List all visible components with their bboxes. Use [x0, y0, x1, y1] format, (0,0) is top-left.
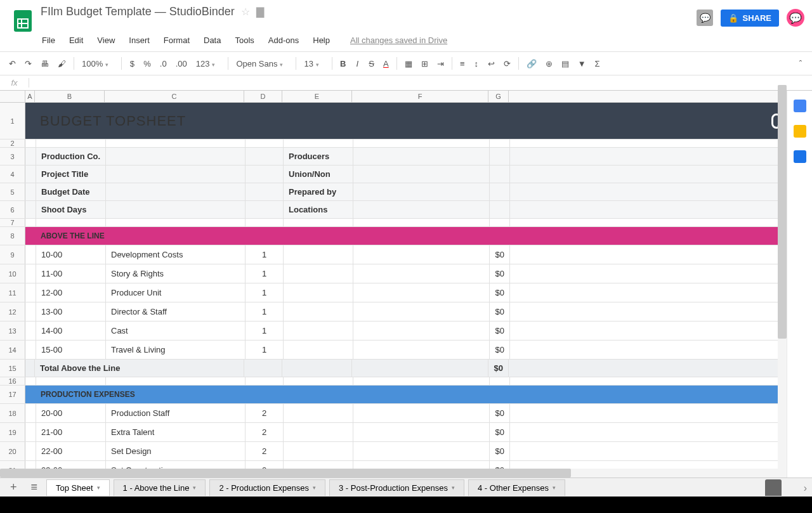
cell[interactable]: Prepared by [284, 183, 353, 200]
tab-production[interactable]: 2 - Production Expenses▾ [209, 479, 325, 496]
cell[interactable]: 21-00 [36, 423, 106, 441]
cell[interactable]: 2 [246, 404, 284, 422]
functions-icon[interactable]: Σ [591, 56, 604, 71]
scrollbar-horizontal[interactable] [0, 469, 778, 477]
align-v-icon[interactable]: ↕ [470, 56, 483, 71]
col-header-f[interactable]: F [352, 91, 488, 102]
fill-color-icon[interactable]: ▦ [401, 56, 416, 71]
row-number[interactable]: 1 [0, 103, 25, 139]
cell[interactable]: Budget Date [36, 183, 106, 200]
calendar-icon[interactable] [794, 100, 806, 112]
percent-icon[interactable]: % [140, 56, 155, 71]
cell[interactable]: $0 [490, 264, 510, 283]
cell[interactable]: Total Above the Line [35, 360, 244, 377]
cell[interactable]: $0 [490, 442, 510, 460]
cell[interactable]: 1 [246, 321, 284, 340]
undo-icon[interactable]: ↶ [5, 56, 20, 71]
italic-icon[interactable]: I [351, 56, 363, 71]
row-number[interactable]: 18 [0, 404, 25, 422]
section-header[interactable]: PRODUCTION EXPENSES [36, 386, 766, 403]
row-number[interactable]: 2 [0, 140, 25, 147]
borders-icon[interactable]: ⊞ [417, 56, 432, 71]
cell[interactable]: $0 [488, 360, 509, 377]
link-icon[interactable]: 🔗 [523, 56, 540, 71]
cell[interactable]: Production Staff [106, 404, 246, 422]
col-header-g[interactable]: G [488, 91, 509, 102]
menu-tools[interactable]: Tools [228, 33, 260, 48]
paint-format-icon[interactable]: 🖌 [54, 56, 70, 71]
share-button[interactable]: 🔒 SHARE [721, 10, 779, 27]
cell[interactable]: $0 [490, 245, 510, 264]
studiobinder-icon[interactable]: 💬 [787, 9, 804, 27]
tasks-icon[interactable] [794, 150, 806, 163]
tab-scroll-right-icon[interactable]: › [804, 483, 807, 494]
cell[interactable]: 11-00 [36, 264, 106, 283]
cell[interactable]: 12-00 [36, 283, 106, 302]
cell[interactable]: 15-00 [36, 341, 106, 359]
chart-icon[interactable]: ▤ [558, 56, 573, 71]
document-title[interactable]: FIlm Budget Template — StudioBinder [41, 5, 235, 18]
scrollbar-vertical[interactable] [778, 85, 787, 477]
row-number[interactable]: 14 [0, 341, 25, 359]
row-number[interactable]: 4 [0, 166, 25, 183]
row-number[interactable]: 13 [0, 321, 25, 340]
formula-input[interactable] [29, 77, 812, 89]
row-number[interactable]: 8 [0, 227, 25, 245]
chevron-down-icon[interactable]: ▾ [97, 484, 100, 491]
cell[interactable]: Union/Non [284, 166, 353, 183]
folder-icon[interactable]: ▇ [256, 6, 264, 18]
cell[interactable]: 2 [246, 442, 284, 460]
tab-post-production[interactable]: 3 - Post-Production Expenses▾ [329, 479, 464, 496]
cell[interactable]: $0 [490, 341, 510, 359]
strike-icon[interactable]: S [365, 56, 378, 71]
cell[interactable]: Locations [284, 201, 353, 218]
row-number[interactable]: 16 [0, 377, 25, 385]
cell[interactable]: 1 [246, 283, 284, 302]
cell[interactable]: $0 [490, 423, 510, 441]
cell[interactable]: 1 [246, 302, 284, 321]
menu-view[interactable]: View [91, 33, 121, 48]
comment-insert-icon[interactable]: ⊕ [542, 56, 556, 71]
cell[interactable]: 22-00 [36, 442, 106, 460]
decimal-increase-icon[interactable]: .00 [172, 56, 191, 71]
chevron-down-icon[interactable]: ▾ [313, 484, 316, 491]
wrap-icon[interactable]: ↩ [484, 56, 499, 71]
merge-icon[interactable]: ⇥ [433, 56, 448, 71]
menu-file[interactable]: File [36, 33, 62, 48]
menu-format[interactable]: Format [157, 33, 196, 48]
print-icon[interactable]: 🖶 [37, 56, 53, 71]
row-number[interactable]: 5 [0, 183, 25, 200]
star-icon[interactable]: ☆ [241, 6, 250, 18]
col-header-d[interactable]: D [244, 91, 282, 102]
cell[interactable]: $0 [490, 283, 510, 302]
comments-icon[interactable]: 💬 [697, 10, 713, 26]
row-number[interactable]: 20 [0, 442, 25, 460]
menu-addons[interactable]: Add-ons [262, 33, 305, 48]
cell[interactable]: 20-00 [36, 404, 106, 422]
explore-button[interactable] [765, 479, 782, 496]
cell[interactable]: 14-00 [36, 321, 106, 340]
cell[interactable]: 1 [246, 264, 284, 283]
cell[interactable]: $0 [490, 321, 510, 340]
cell[interactable]: $0 [490, 302, 510, 321]
cell[interactable]: 1 [246, 245, 284, 264]
cell[interactable]: 1 [246, 341, 284, 359]
row-number[interactable]: 7 [0, 219, 25, 226]
row-number[interactable]: 9 [0, 245, 25, 264]
add-sheet-button[interactable]: + [5, 481, 22, 494]
chevron-down-icon[interactable]: ▾ [452, 484, 455, 491]
filter-icon[interactable]: ▼ [574, 56, 590, 71]
cell[interactable]: Cast [106, 321, 246, 340]
cell[interactable]: Set Design [106, 442, 246, 460]
cell[interactable]: 13-00 [36, 302, 106, 321]
col-header-c[interactable]: C [105, 91, 244, 102]
font-size-select[interactable]: 13 [300, 58, 327, 70]
menu-data[interactable]: Data [197, 33, 227, 48]
row-number[interactable]: 12 [0, 302, 25, 321]
tab-top-sheet[interactable]: Top Sheet▾ [46, 479, 110, 496]
currency-icon[interactable]: $ [126, 56, 138, 71]
cell[interactable]: Extra Talent [106, 423, 246, 441]
sheet-title[interactable]: BUDGET TOPSHEET [35, 103, 766, 139]
row-number[interactable]: 11 [0, 283, 25, 302]
cell[interactable]: 10-00 [36, 245, 106, 264]
